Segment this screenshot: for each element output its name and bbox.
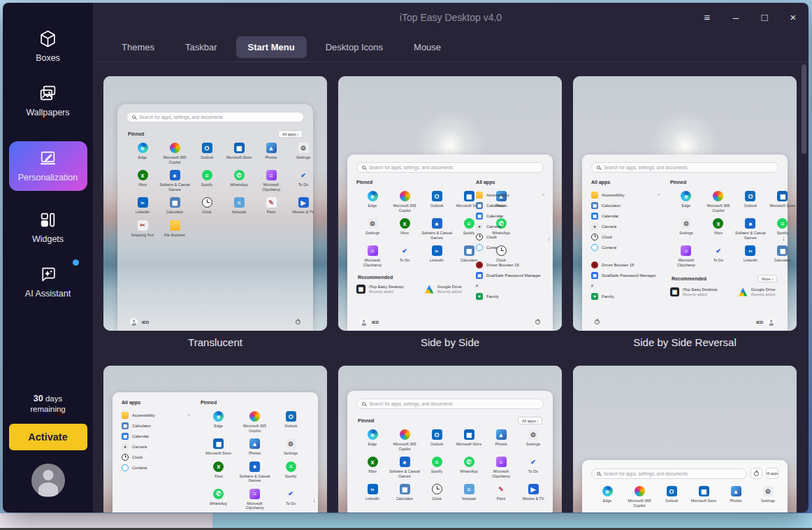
tab-taskbar[interactable]: Taskbar: [173, 36, 229, 58]
settings-icon: ⚙: [368, 218, 378, 229]
solitaire-casual-games-icon: ♠: [400, 457, 410, 467]
all-apps-item-label: DualSafe Password Manager: [602, 273, 656, 278]
sidebar-item-wallpapers[interactable]: Wallpapers: [9, 84, 87, 117]
paint-icon: ✎: [496, 484, 507, 494]
microsoft-clipchamp-icon: ≡: [249, 489, 260, 499]
xbox-icon: x: [713, 218, 723, 229]
chevron-down-icon: ›: [186, 414, 191, 415]
trial-remaining-text: 30 daysremaining: [30, 394, 66, 415]
app-tile-microsoft-365-copilot: Microsoft 365 Copilot: [702, 191, 734, 213]
all-apps-item-label: Clock: [486, 235, 497, 239]
pinned-apps-grid: eEdgeMicrosoft 365 CopilotOOutlook▦Micro…: [670, 191, 778, 267]
tab-mouse[interactable]: Mouse: [402, 36, 453, 58]
app-tile-paint: ✎Paint: [485, 484, 517, 501]
app-tile-label: To Do: [528, 469, 538, 474]
app-tile-calculator: ▦Calculator: [389, 484, 421, 501]
start-menu-preview: Search for apps, settings, and documents…: [573, 76, 797, 331]
app-tile-label: Edge: [368, 442, 377, 447]
all-apps-row-camera: ●Camera: [591, 222, 659, 230]
app-tile-settings: ⚙Settings: [287, 143, 319, 164]
outlook-icon: O: [667, 486, 677, 496]
app-tile-label: Solitaire & Casual Games: [389, 469, 421, 478]
all-apps-list: Accessibility›▦Calculator▦Calendar●Camer…: [122, 411, 189, 471]
app-tile-label: Settings: [296, 155, 310, 160]
trial-remaining-label: remaining: [30, 405, 66, 413]
app-tile-xbox: xXbox: [702, 218, 734, 240]
xbox-icon: x: [138, 170, 148, 180]
app-tile-microsoft-store: ▦Microsoft Store: [453, 429, 485, 451]
microsoft-store-icon: ▦: [464, 429, 474, 440]
all-apps-row-cortana: Cortana: [476, 243, 544, 251]
activate-button[interactable]: Activate: [9, 424, 87, 450]
recommended-item-google-drive: Google DriveRecently added: [425, 285, 462, 294]
recommended-item-itop-easy-desktop: ▦iTop Easy DesktopRecently added: [356, 285, 404, 294]
app-tile-microsoft-365-copilot: Microsoft 365 Copilot: [389, 191, 421, 213]
cortana-icon: [476, 244, 483, 251]
preview-user-row: IED: [591, 313, 778, 331]
recommended-header-row: RecommendedMore ›: [672, 275, 777, 282]
app-tile-spotify: ≡Spotify: [275, 461, 307, 483]
sidebar-item-widgets[interactable]: Widgets: [9, 210, 87, 244]
all-apps-item-label: Camera: [486, 224, 501, 229]
all-apps-item-label: Driver Booster 15: [602, 263, 635, 267]
photos-icon: ▲: [266, 143, 277, 153]
start-menu-panel: Search for apps, settings, and documents…: [582, 460, 788, 513]
all-apps-row-driver-booster-15: ●Driver Booster 15: [476, 261, 544, 268]
style-card-row2-2[interactable]: Search for apps, settings, and documents…: [338, 366, 562, 513]
app-tile-solitaire-casual-games: ♠Solitaire & Casual Games: [421, 218, 453, 240]
driver-booster-15-icon: ●: [591, 262, 598, 268]
to-do-icon: ✔: [400, 245, 410, 256]
search-icon: [362, 402, 365, 406]
app-tile-label: Edge: [214, 424, 223, 429]
all-apps-row-cortana: Cortana: [122, 464, 189, 471]
wallpaper-icon: [38, 84, 57, 103]
desktop-background: BoxesWallpapersPersonalizationWidgetsAI …: [0, 0, 812, 530]
snipping-tool-icon: ✂: [138, 220, 148, 231]
all-apps-row-dualsafe-password-manager: ▣DualSafe Password Manager: [476, 271, 544, 279]
microsoft-store-icon: ▦: [213, 438, 224, 449]
all-apps-item-label: Accessibility: [486, 193, 509, 197]
camera-icon: ●: [476, 223, 483, 230]
app-tile-outlook: OOutlook: [655, 486, 688, 508]
menu-button[interactable]: ≡: [702, 12, 713, 23]
style-card-row2-1[interactable]: PinnedeEdgeMicrosoft 365 CopilotOOutlook…: [103, 366, 327, 513]
desktop-taskbar-strip-left: [0, 513, 212, 528]
xbox-icon: x: [400, 218, 410, 229]
style-card-label: Side by Side Reversal: [573, 336, 797, 349]
app-tile-xbox: xXbox: [356, 457, 389, 478]
app-tile-linkedin: inLinkedIn: [356, 484, 389, 501]
style-card-side-by-side[interactable]: Search for apps, settings, and documents…: [338, 76, 562, 349]
sidebar-item-ai-assistant[interactable]: AI Assistant: [9, 265, 87, 299]
style-card-translucent[interactable]: Search for apps, settings, and documents…: [103, 76, 327, 349]
close-button[interactable]: ×: [788, 12, 799, 23]
pinned-apps-grid: eEdgeMicrosoft 365 CopilotOOutlook▦Micro…: [126, 143, 304, 237]
sidebar-item-personalization[interactable]: Personalization: [9, 141, 87, 191]
compact-search-row: Search for apps, settings, and documents…: [591, 468, 778, 479]
tab-themes[interactable]: Themes: [110, 36, 166, 58]
app-tile-label: Xbox: [138, 182, 147, 187]
app-tile-solitaire-casual-games: ♠Solitaire & Casual Games: [389, 457, 421, 478]
maximize-button[interactable]: □: [759, 12, 770, 23]
app-tile-label: Movies & TV: [522, 496, 544, 501]
app-tile-spotify: ≡Spotify: [767, 218, 797, 240]
pinned-label: Pinned: [358, 418, 374, 423]
scrollbar-thumb[interactable]: [802, 64, 806, 154]
scroll-dots: [783, 236, 785, 242]
style-card-row2-3[interactable]: Search for apps, settings, and documents…: [573, 366, 797, 513]
to-do-icon: ✔: [286, 489, 296, 499]
search-icon: [597, 472, 600, 475]
all-apps-row-f: F: [476, 282, 544, 289]
tab-start-menu[interactable]: Start Menu: [236, 36, 307, 58]
all-apps-item-label: Driver Booster 15: [486, 263, 519, 267]
tab-desktop-icons[interactable]: Desktop Icons: [314, 36, 395, 58]
recommended-item-name: Google Drive: [437, 285, 462, 289]
style-card-side-by-side-reversal[interactable]: Search for apps, settings, and documents…: [573, 76, 797, 349]
power-button: [751, 468, 762, 479]
minimize-button[interactable]: –: [730, 12, 741, 23]
sidebar-item-boxes[interactable]: Boxes: [9, 29, 87, 63]
app-tile-linkedin: inLinkedIn: [421, 245, 453, 267]
cortana-icon: [122, 464, 129, 471]
app-tile-label: Solitaire & Casual Games: [734, 231, 767, 240]
user-avatar[interactable]: [31, 464, 65, 497]
style-card-label: Translucent: [103, 336, 327, 349]
